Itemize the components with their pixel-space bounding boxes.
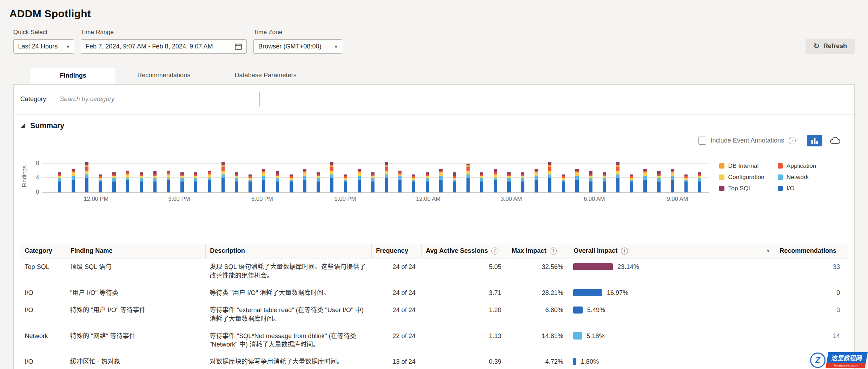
column-header-description[interactable]: Description bbox=[205, 244, 371, 258]
chart-bar bbox=[453, 172, 456, 192]
chart-bar-segment-i-o bbox=[140, 182, 143, 192]
chart-bar bbox=[698, 172, 701, 192]
info-icon[interactable] bbox=[621, 248, 628, 255]
chart-bar-segment-network bbox=[221, 174, 225, 178]
column-header-overall-impact[interactable]: Overall Impact▼ bbox=[569, 244, 775, 258]
legend-item-top-sql[interactable]: Top SQL bbox=[719, 185, 764, 192]
chart-bar-segment-network bbox=[657, 178, 660, 182]
cell-max-impact: 32.56% bbox=[507, 258, 569, 284]
cell-recommendations[interactable]: 33 bbox=[775, 258, 848, 284]
table-row[interactable]: I/O缓冲区忙 - 热对象对数据库块的读写争用消耗了大量数据库时间。13 of … bbox=[20, 353, 848, 369]
chart-bar-segment-i-o bbox=[562, 182, 565, 192]
column-header-label: Frequency bbox=[376, 247, 408, 255]
chart-bar-segment-configuration bbox=[262, 172, 265, 176]
chart-gridline bbox=[42, 163, 709, 164]
table-row[interactable]: I/O特殊的 "用户 I/O" 等待事件等待事件 "external table… bbox=[20, 301, 848, 327]
chart-bar-segment-i-o bbox=[535, 180, 538, 192]
column-header-label: Overall Impact bbox=[574, 247, 617, 255]
info-icon[interactable] bbox=[550, 248, 557, 255]
recommendations-count[interactable]: 3 bbox=[836, 307, 840, 314]
time-range-label: Time Range bbox=[81, 28, 247, 36]
quick-select-dropdown[interactable]: Last 24 Hours ▾ bbox=[13, 39, 74, 54]
info-icon[interactable] bbox=[491, 248, 499, 255]
time-zone-dropdown[interactable]: Browser (GMT+08:00) ▾ bbox=[253, 39, 342, 54]
time-zone-group: Time Zone Browser (GMT+08:00) ▾ bbox=[253, 28, 342, 53]
toolbar: Quick Select Last 24 Hours ▾ Time Range … bbox=[13, 28, 855, 53]
legend-item-i-o[interactable]: I/O bbox=[778, 185, 816, 192]
chart-bar-segment-top-sql bbox=[589, 171, 592, 174]
tab-recommendations[interactable]: Recommendations bbox=[115, 67, 212, 84]
column-header-label: Description bbox=[210, 247, 245, 255]
column-header-max-impact[interactable]: Max Impact bbox=[507, 244, 569, 258]
chart-x-tick-label: 6:00 AM bbox=[584, 196, 605, 203]
refresh-button[interactable]: ↻ Refresh bbox=[806, 39, 855, 54]
legend-item-network[interactable]: Network bbox=[778, 173, 816, 181]
chart-bar bbox=[344, 174, 347, 192]
chart-bar bbox=[548, 162, 551, 192]
column-header-label: Category bbox=[25, 247, 52, 255]
chart-x-tick-label: 6:00 PM bbox=[251, 196, 273, 203]
tab-database-parameters[interactable]: Database Parameters bbox=[212, 67, 318, 84]
legend-item-application[interactable]: Application bbox=[778, 162, 816, 170]
chart-bar-segment-top-sql bbox=[494, 169, 497, 172]
cell-recommendations[interactable]: 14 bbox=[775, 327, 848, 353]
chart-bar-segment-application bbox=[330, 167, 333, 171]
info-icon[interactable] bbox=[789, 137, 796, 144]
chart-bar-segment-top-sql bbox=[548, 162, 551, 165]
chart-bar bbox=[126, 171, 129, 192]
chart-bar-segment-i-o bbox=[72, 180, 75, 192]
legend-item-configuration[interactable]: Configuration bbox=[719, 173, 764, 181]
quick-select-group: Quick Select Last 24 Hours ▾ bbox=[13, 28, 74, 53]
chart-bar-segment-network bbox=[140, 178, 143, 182]
chart-bar-segment-i-o bbox=[548, 178, 551, 192]
chart-bar-segment-i-o bbox=[99, 182, 102, 192]
chart-bar-segment-i-o bbox=[153, 182, 157, 192]
cell-overall-impact: 5.49% bbox=[569, 301, 775, 327]
cell-overall-impact: 16.97% bbox=[569, 284, 775, 301]
chart-bar-segment-network bbox=[330, 174, 333, 178]
chart-bar-segment-configuration bbox=[167, 174, 170, 178]
calendar-icon[interactable] bbox=[235, 43, 242, 50]
time-range-group: Time Range bbox=[81, 28, 247, 53]
legend-item-db-internal[interactable]: DB Internal bbox=[719, 162, 764, 170]
table-row[interactable]: Top SQL顶级 SQL 语句发现 SQL 语句消耗了大量数据库时间。这些语句… bbox=[20, 258, 848, 284]
chart-bar-segment-i-o bbox=[616, 178, 619, 192]
tab-findings[interactable]: Findings bbox=[31, 67, 115, 84]
time-range-input[interactable] bbox=[86, 43, 235, 50]
include-event-annotations-checkbox[interactable] bbox=[698, 137, 706, 144]
chart-x-tick-label: 3:00 PM bbox=[168, 196, 190, 203]
chart-bar bbox=[643, 169, 647, 192]
collapse-icon[interactable] bbox=[20, 123, 25, 128]
chart-x-tick-label: 9:00 AM bbox=[667, 196, 688, 203]
findings-table: CategoryFinding NameDescriptionFrequency… bbox=[20, 244, 848, 369]
table-row[interactable]: Network特殊的 "网络" 等待事件等待事件 "SQL*Net messag… bbox=[20, 327, 848, 353]
column-header-frequency[interactable]: Frequency bbox=[371, 244, 421, 258]
chart-legend: DB InternalApplicationConfigurationNetwo… bbox=[709, 160, 848, 192]
column-header-category[interactable]: Category bbox=[20, 244, 66, 258]
chevron-down-icon: ▾ bbox=[334, 43, 337, 50]
cell-recommendations[interactable]: 3 bbox=[775, 301, 848, 327]
legend-label: Top SQL bbox=[728, 185, 752, 192]
chart-bar bbox=[72, 169, 75, 192]
column-header-recommendations[interactable]: Recommendations bbox=[775, 244, 848, 258]
chart-bar-segment-i-o bbox=[358, 180, 361, 192]
cell-description: 等待事件 "SQL*Net message from dblink" (在等待类… bbox=[205, 327, 371, 353]
recommendations-count[interactable]: 14 bbox=[833, 332, 840, 340]
chart-bar bbox=[358, 169, 361, 192]
bar-chart-view-button[interactable] bbox=[807, 135, 822, 146]
column-header-finding-name[interactable]: Finding Name bbox=[66, 244, 205, 258]
chevron-down-icon[interactable]: ▼ bbox=[766, 249, 770, 253]
cloud-view-button[interactable] bbox=[826, 135, 844, 146]
column-header-avg-active-sessions[interactable]: Avg Active Sessions bbox=[421, 244, 507, 258]
recommendations-count[interactable]: 33 bbox=[833, 263, 840, 270]
chart-bar-segment-application bbox=[548, 167, 551, 171]
table-row[interactable]: I/O"用户 I/O" 等待类等待类 "用户 I/O" 消耗了大量数据库时间。2… bbox=[20, 284, 848, 301]
chart-bar bbox=[671, 169, 674, 192]
cell-avg-active-sessions: 1.20 bbox=[421, 301, 507, 327]
column-header-label: Avg Active Sessions bbox=[426, 247, 488, 255]
category-search-input[interactable] bbox=[54, 91, 260, 107]
chart-bar-segment-i-o bbox=[426, 182, 429, 192]
findings-table-head: CategoryFinding NameDescriptionFrequency… bbox=[20, 244, 848, 258]
cell-category: I/O bbox=[20, 284, 66, 301]
chart-bar-segment-i-o bbox=[180, 182, 184, 192]
